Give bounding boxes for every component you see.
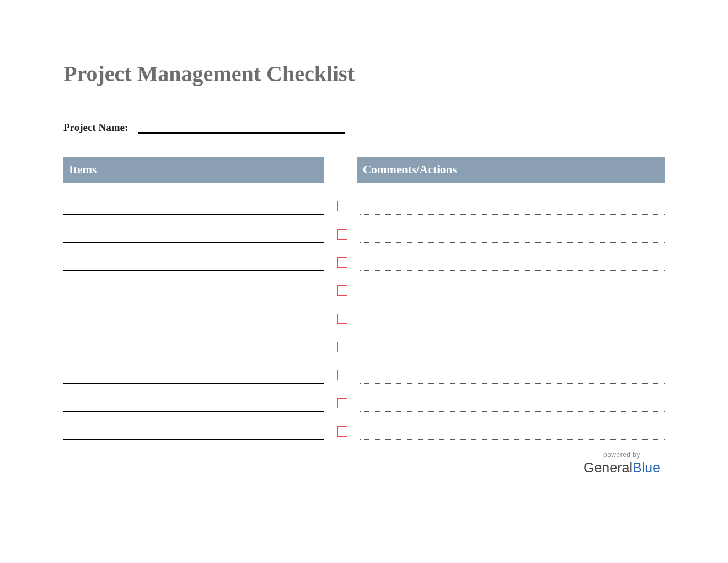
checkbox[interactable] [337, 229, 347, 240]
checkbox[interactable] [337, 257, 347, 268]
checkbox[interactable] [337, 370, 347, 380]
column-header-comments: Comments/Actions [357, 157, 665, 183]
footer: powered by GeneralBlue [63, 451, 665, 476]
comment-input[interactable] [360, 368, 665, 384]
item-input[interactable] [63, 394, 324, 412]
comment-input[interactable] [360, 340, 665, 355]
checkbox[interactable] [337, 285, 347, 296]
checklist-row [63, 299, 665, 327]
checkbox[interactable] [337, 426, 347, 437]
checkbox[interactable] [337, 201, 347, 211]
checklist-row [63, 215, 665, 243]
comment-input[interactable] [360, 227, 665, 243]
checkbox[interactable] [337, 398, 347, 408]
footer-brand: powered by GeneralBlue [584, 451, 660, 476]
page-title: Project Management Checklist [63, 61, 665, 87]
brand-blue-text: Blue [633, 460, 660, 475]
item-input[interactable] [63, 310, 324, 327]
checklist-row [63, 243, 665, 271]
project-name-label: Project Name: [63, 121, 128, 134]
item-input[interactable] [63, 422, 324, 440]
comment-input[interactable] [360, 284, 665, 299]
brand-general-text: General [584, 460, 633, 475]
brand-logo: GeneralBlue [584, 460, 660, 476]
checklist-row [63, 355, 665, 384]
column-header-items: Items [63, 157, 324, 183]
checkbox[interactable] [337, 342, 347, 352]
comment-input[interactable] [360, 396, 665, 412]
item-input[interactable] [63, 253, 324, 271]
powered-by-label: powered by [584, 451, 660, 459]
item-input[interactable] [63, 197, 324, 215]
comment-input[interactable] [360, 199, 665, 215]
item-input[interactable] [63, 338, 324, 355]
project-name-input[interactable] [138, 120, 345, 134]
comment-input[interactable] [360, 256, 665, 271]
item-input[interactable] [63, 225, 324, 243]
checklist-rows [63, 187, 665, 440]
checklist-row [63, 327, 665, 355]
item-input[interactable] [63, 282, 324, 299]
item-input[interactable] [63, 366, 324, 384]
comment-input[interactable] [360, 312, 665, 327]
checklist-row [63, 384, 665, 412]
table-header: Items Comments/Actions [63, 157, 665, 183]
checklist-row [63, 271, 665, 299]
checklist-row [63, 187, 665, 215]
checklist-row [63, 412, 665, 440]
comment-input[interactable] [360, 424, 665, 440]
checkbox[interactable] [337, 314, 347, 324]
project-name-row: Project Name: [63, 120, 665, 134]
